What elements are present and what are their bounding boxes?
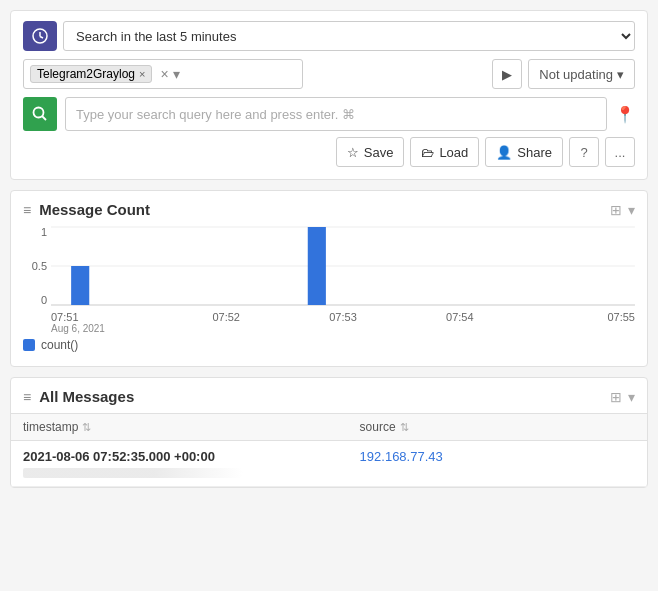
not-updating-label: Not updating (539, 67, 613, 82)
collapse-icon[interactable]: ▾ (628, 202, 635, 218)
filter-dropdown-button[interactable]: ▾ (173, 66, 180, 82)
more-button[interactable]: ... (605, 137, 635, 167)
x-label-0754: 07:54 (401, 311, 518, 334)
y-label-1: 1 (41, 226, 47, 238)
action-buttons: ▶ Not updating ▾ (492, 59, 635, 89)
filter-row: Telegram2Graylog × × ▾ ▶ Not updating ▾ (23, 59, 635, 89)
search-panel: Search in the last 5 minutes Telegram2Gr… (10, 10, 648, 180)
play-icon: ▶ (502, 67, 512, 82)
x-label-0753: 07:53 (285, 311, 402, 334)
save-button[interactable]: ☆ Save (336, 137, 405, 167)
more-icon: ... (615, 145, 626, 160)
remove-tag-button[interactable]: × (139, 68, 145, 80)
play-button[interactable]: ▶ (492, 59, 522, 89)
svg-line-4 (42, 116, 46, 120)
cell-timestamp: 2021-08-06 07:52:35.000 +00:00 (23, 449, 360, 464)
chart-legend: count() (23, 338, 635, 352)
y-axis: 1 0.5 0 (23, 226, 51, 306)
hamburger-icon[interactable]: ≡ (23, 202, 31, 218)
col-header-timestamp: timestamp ⇅ (23, 420, 360, 434)
chart-title: Message Count (39, 201, 150, 218)
x-sublabel: Aug 6, 2021 (51, 323, 168, 334)
chart-panel-header: ≡ Message Count ⊞ ▾ (23, 201, 635, 218)
svg-line-2 (40, 37, 43, 39)
messages-panel-actions: ⊞ ▾ (610, 389, 635, 405)
x-label-0751: 07:51 (51, 311, 168, 323)
help-button[interactable]: ? (569, 137, 599, 167)
bar-1 (308, 227, 326, 305)
row-preview (23, 468, 243, 478)
table-row-top: 2021-08-06 07:52:35.000 +00:00 192.168.7… (23, 449, 635, 464)
timestamp-col-label: timestamp (23, 420, 78, 434)
not-updating-button[interactable]: Not updating ▾ (528, 59, 635, 89)
y-label-05: 0.5 (32, 260, 47, 272)
time-icon-button[interactable] (23, 21, 57, 51)
chart-svg (51, 226, 635, 306)
filter-tag-label: Telegram2Graylog (37, 67, 135, 81)
load-button[interactable]: 🗁 Load (410, 137, 479, 167)
messages-hamburger-icon[interactable]: ≡ (23, 389, 31, 405)
load-label: Load (439, 145, 468, 160)
not-updating-chevron-icon: ▾ (617, 67, 624, 82)
table-row-bottom (23, 468, 635, 478)
save-label: Save (364, 145, 394, 160)
star-icon: ☆ (347, 145, 359, 160)
source-col-label: source (360, 420, 396, 434)
col-header-source: source ⇅ (360, 420, 635, 434)
legend-label: count() (41, 338, 78, 352)
chart-panel: ≡ Message Count ⊞ ▾ 1 0.5 0 (10, 190, 648, 367)
x-label-0752: 07:52 (168, 311, 285, 334)
source-sort-icon[interactable]: ⇅ (400, 421, 409, 434)
timestamp-sort-icon[interactable]: ⇅ (82, 421, 91, 434)
chart-panel-actions: ⊞ ▾ (610, 202, 635, 218)
table-header: timestamp ⇅ source ⇅ (11, 413, 647, 441)
expand-icon[interactable]: ⊞ (610, 202, 622, 218)
filter-tag: Telegram2Graylog × (30, 65, 152, 83)
search-input[interactable] (65, 97, 607, 131)
folder-icon: 🗁 (421, 145, 434, 160)
messages-expand-icon[interactable]: ⊞ (610, 389, 622, 405)
clear-filters-button[interactable]: × (160, 66, 168, 82)
time-range-row: Search in the last 5 minutes (23, 21, 635, 51)
bar-0 (71, 266, 89, 305)
save-load-share-row: ☆ Save 🗁 Load 👤 Share ? ... (23, 137, 635, 167)
share-icon: 👤 (496, 145, 512, 160)
share-button[interactable]: 👤 Share (485, 137, 563, 167)
help-icon: ? (580, 145, 587, 160)
search-icon (32, 106, 48, 122)
cell-source[interactable]: 192.168.77.43 (360, 449, 635, 464)
search-button[interactable] (23, 97, 57, 131)
messages-collapse-icon[interactable]: ▾ (628, 389, 635, 405)
share-label: Share (517, 145, 552, 160)
table-row: 2021-08-06 07:52:35.000 +00:00 192.168.7… (11, 441, 647, 487)
x-label-group-0: 07:51 Aug 6, 2021 (51, 311, 168, 334)
time-range-select[interactable]: Search in the last 5 minutes (63, 21, 635, 51)
y-label-0: 0 (41, 294, 47, 306)
messages-panel: ≡ All Messages ⊞ ▾ timestamp ⇅ source ⇅ … (10, 377, 648, 488)
filter-tags-box: Telegram2Graylog × × ▾ (23, 59, 303, 89)
messages-title: All Messages (39, 388, 134, 405)
messages-title-row: ≡ All Messages (23, 388, 134, 405)
x-label-0755: 07:55 (518, 311, 635, 334)
search-input-row: 📍 (23, 97, 635, 131)
pin-icon[interactable]: 📍 (615, 105, 635, 124)
x-axis: 07:51 Aug 6, 2021 07:52 07:53 07:54 07:5… (51, 311, 635, 334)
legend-color (23, 339, 35, 351)
chart-title-row: ≡ Message Count (23, 201, 150, 218)
clock-icon (32, 28, 48, 44)
messages-panel-header: ≡ All Messages ⊞ ▾ (11, 388, 647, 413)
